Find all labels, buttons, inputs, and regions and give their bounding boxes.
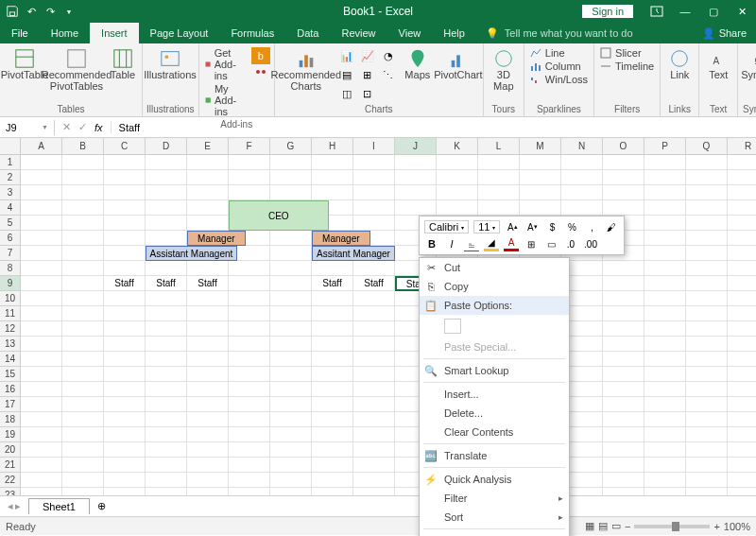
- currency-icon[interactable]: $: [544, 219, 559, 234]
- cell[interactable]: [62, 246, 104, 261]
- cancel-formula-icon[interactable]: ✕: [62, 121, 71, 133]
- cell[interactable]: [353, 473, 395, 488]
- column-header[interactable]: M: [520, 138, 561, 155]
- cell[interactable]: [353, 216, 395, 231]
- cell[interactable]: [686, 185, 728, 200]
- cell[interactable]: [187, 412, 229, 427]
- cell[interactable]: [187, 216, 229, 231]
- row-header[interactable]: 12: [0, 321, 21, 337]
- cell[interactable]: [104, 367, 146, 382]
- cell[interactable]: CEO: [229, 200, 329, 231]
- cell[interactable]: [728, 216, 756, 231]
- cell[interactable]: [395, 185, 437, 200]
- cell[interactable]: [437, 185, 478, 200]
- ribbon-display-icon[interactable]: [643, 2, 671, 21]
- my-addins-button[interactable]: My Add-ins: [203, 83, 244, 117]
- row-header[interactable]: 2: [0, 170, 21, 185]
- cell[interactable]: [21, 427, 62, 442]
- font-color-icon[interactable]: A: [504, 236, 519, 251]
- cell[interactable]: [728, 200, 756, 216]
- cell[interactable]: [270, 337, 312, 352]
- cell[interactable]: [603, 458, 644, 473]
- cell[interactable]: [104, 382, 146, 397]
- row-header[interactable]: 1: [0, 155, 21, 170]
- bold-icon[interactable]: B: [424, 236, 439, 251]
- format-painter-icon[interactable]: 🖌: [604, 219, 619, 234]
- cell[interactable]: [603, 200, 644, 216]
- cell[interactable]: [187, 170, 229, 185]
- cell[interactable]: [146, 367, 187, 382]
- cell[interactable]: [104, 473, 146, 488]
- cell[interactable]: Staff: [312, 276, 353, 291]
- column-header[interactable]: F: [229, 138, 270, 155]
- cell[interactable]: [21, 185, 62, 200]
- cell[interactable]: [146, 427, 187, 442]
- column-header[interactable]: N: [561, 138, 603, 155]
- tab-home[interactable]: Home: [40, 23, 90, 43]
- tab-help[interactable]: Help: [432, 23, 476, 43]
- cell[interactable]: [686, 427, 728, 442]
- cell[interactable]: [644, 367, 686, 382]
- cell[interactable]: [644, 427, 686, 442]
- fill-color-icon[interactable]: ◢: [484, 236, 499, 251]
- cell[interactable]: [146, 231, 187, 246]
- cell[interactable]: [104, 442, 146, 458]
- cell[interactable]: [229, 488, 270, 495]
- cell[interactable]: [229, 291, 270, 306]
- tell-me-search[interactable]: 💡 Tell me what you want to do: [486, 27, 633, 40]
- cell[interactable]: [686, 458, 728, 473]
- cell[interactable]: [229, 352, 270, 367]
- view-page-layout-icon[interactable]: ▤: [598, 520, 608, 532]
- cell[interactable]: [21, 246, 62, 261]
- pivotchart-button[interactable]: PivotChart: [438, 45, 479, 80]
- borders-icon[interactable]: ⊞: [524, 236, 539, 251]
- scatter-chart-icon[interactable]: ⋱: [379, 66, 398, 83]
- column-chart-icon[interactable]: 📊: [337, 47, 356, 64]
- row-header[interactable]: 3: [0, 185, 21, 200]
- cell[interactable]: [603, 185, 644, 200]
- cell[interactable]: [395, 200, 437, 216]
- cell[interactable]: [104, 170, 146, 185]
- cell[interactable]: [270, 276, 312, 291]
- cell[interactable]: [312, 321, 353, 337]
- illustrations-button[interactable]: Illustrations: [146, 45, 194, 80]
- cell[interactable]: [62, 488, 104, 495]
- cell[interactable]: [62, 291, 104, 306]
- cell[interactable]: [686, 261, 728, 276]
- cell[interactable]: [644, 321, 686, 337]
- cell[interactable]: [104, 488, 146, 495]
- cell[interactable]: [21, 382, 62, 397]
- combo-chart-icon[interactable]: ⊡: [358, 85, 377, 102]
- zoom-level[interactable]: 100%: [724, 521, 750, 532]
- cell[interactable]: [270, 246, 312, 261]
- cell[interactable]: [520, 185, 561, 200]
- sparkline-line-button[interactable]: Line: [528, 47, 590, 59]
- cell[interactable]: [478, 170, 520, 185]
- cell[interactable]: [312, 306, 353, 321]
- cell[interactable]: [21, 155, 62, 170]
- cell[interactable]: [312, 291, 353, 306]
- cell[interactable]: Staff: [146, 276, 187, 291]
- cell[interactable]: [478, 185, 520, 200]
- row-header[interactable]: 18: [0, 412, 21, 427]
- cell[interactable]: [603, 261, 644, 276]
- undo-icon[interactable]: ↶: [25, 5, 38, 18]
- cell[interactable]: [437, 155, 478, 170]
- cell[interactable]: [187, 427, 229, 442]
- timeline-button[interactable]: Timeline: [598, 61, 656, 72]
- cell[interactable]: [187, 291, 229, 306]
- cell[interactable]: [62, 412, 104, 427]
- cell[interactable]: [62, 337, 104, 352]
- cell[interactable]: [644, 185, 686, 200]
- select-all-triangle[interactable]: [0, 138, 21, 155]
- cell[interactable]: [353, 442, 395, 458]
- cell[interactable]: [21, 337, 62, 352]
- cell[interactable]: [229, 382, 270, 397]
- cell[interactable]: [270, 185, 312, 200]
- formula-input[interactable]: Staff: [112, 120, 756, 135]
- cell[interactable]: [728, 473, 756, 488]
- cell[interactable]: Staff: [187, 276, 229, 291]
- row-header[interactable]: 8: [0, 261, 21, 276]
- row-header[interactable]: 7: [0, 246, 21, 261]
- cell[interactable]: [62, 473, 104, 488]
